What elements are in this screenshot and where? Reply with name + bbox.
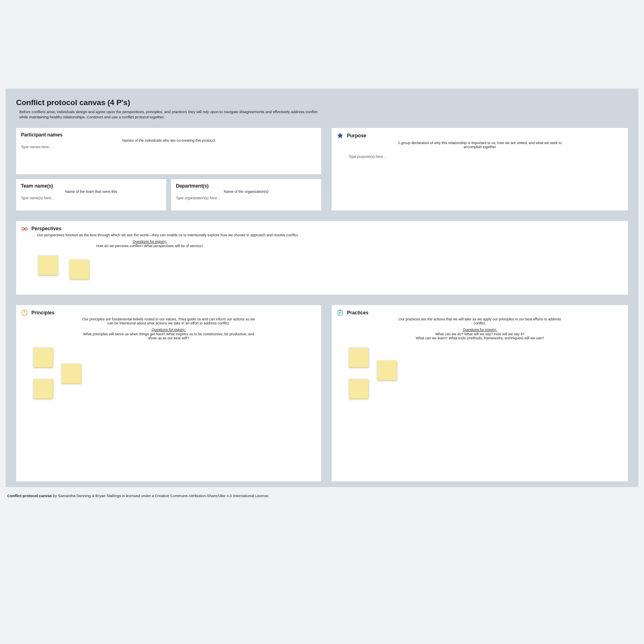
team-title: Team name(s) — [21, 183, 161, 189]
department-title: Department(s) — [176, 183, 316, 189]
left-column: Participant names Names of the individua… — [16, 128, 321, 211]
page-title: Conflict protocol canvas (4 P's) — [16, 98, 628, 107]
glasses-icon — [21, 225, 28, 232]
top-row: Participant names Names of the individua… — [16, 128, 628, 211]
svg-rect-4 — [339, 310, 341, 311]
perspectives-sticky-area[interactable] — [21, 255, 623, 283]
svg-point-1 — [25, 227, 27, 230]
team-card[interactable]: Team name(s) Name of the team that owns … — [16, 179, 166, 211]
department-placeholder[interactable]: Type organization(s) here... — [176, 196, 316, 200]
license-footer: Conflict protocol canvas by Samantha Den… — [7, 493, 637, 498]
perspectives-title: Perspectives — [31, 226, 61, 231]
purpose-card[interactable]: Purpose A group declaration of why this … — [332, 128, 628, 211]
right-column: Purpose A group declaration of why this … — [332, 128, 628, 211]
header: Conflict protocol canvas (4 P's) Before … — [16, 98, 628, 120]
clipboard-icon — [336, 309, 344, 316]
practices-inquiry-text: What can we do? What will we say? How wi… — [393, 332, 566, 340]
canvas[interactable]: Conflict protocol canvas (4 P's) Before … — [6, 89, 638, 487]
principles-inquiry-text: What principles will serve us when thing… — [82, 332, 255, 340]
compass-icon — [21, 309, 28, 316]
principles-head: Principles — [21, 309, 316, 316]
sticky-note[interactable] — [61, 363, 81, 383]
perspectives-inquiry-label: Questions for inquiry: — [37, 239, 262, 244]
team-placeholder[interactable]: Type name(s) here... — [21, 196, 161, 200]
page: Conflict protocol canvas (4 P's) Before … — [0, 0, 644, 644]
participants-desc: Names of the individuals who are co-crea… — [21, 138, 316, 142]
participants-title: Participant names — [21, 132, 316, 138]
department-desc: Name of the organization(s) — [176, 190, 316, 194]
purpose-head: Purpose — [336, 132, 623, 139]
team-desc: Name of the team that owns this — [21, 190, 161, 194]
sticky-note[interactable] — [349, 347, 368, 367]
sticky-note[interactable] — [377, 360, 396, 380]
sticky-note[interactable] — [69, 259, 89, 279]
principles-sticky-area[interactable] — [21, 347, 316, 408]
star-icon — [336, 132, 344, 139]
bottom-row: Principles Our principles are fundamenta… — [16, 305, 628, 481]
practices-inquiry-label: Questions for inquiry: — [393, 328, 566, 332]
page-subtitle: Before conflicts arise, individuals desi… — [16, 109, 322, 120]
purpose-placeholder[interactable]: Type purpose(s) here... — [349, 155, 623, 159]
perspectives-inquiry-text: How do we perceive conflict? What perspe… — [37, 244, 262, 248]
footer-bold: Conflict protocol canvas — [7, 493, 52, 498]
team-row: Team name(s) Name of the team that owns … — [16, 179, 321, 211]
practices-card[interactable]: Practices Our practices are the actions … — [332, 305, 628, 481]
principles-title: Principles — [31, 310, 54, 316]
perspectives-card[interactable]: Perspectives Our perspectives function a… — [16, 221, 628, 295]
practices-sticky-area[interactable] — [336, 347, 623, 408]
purpose-title: Purpose — [347, 133, 366, 138]
perspectives-head: Perspectives — [21, 225, 623, 232]
practices-title: Practices — [347, 310, 368, 316]
sticky-note[interactable] — [38, 255, 58, 275]
sticky-note[interactable] — [33, 347, 53, 367]
principles-card[interactable]: Principles Our principles are fundamenta… — [16, 305, 321, 481]
department-card[interactable]: Department(s) Name of the organization(s… — [171, 179, 321, 211]
principles-inquiry-label: Questions for inquiry: — [82, 328, 255, 332]
svg-point-0 — [22, 227, 24, 230]
participants-card[interactable]: Participant names Names of the individua… — [16, 128, 321, 174]
practices-head: Practices — [336, 309, 623, 316]
footer-rest: by Samantha Denning & Bryan Stallings is… — [52, 493, 269, 498]
sticky-note[interactable] — [33, 379, 53, 398]
principles-desc: Our principles are fundamental beliefs r… — [82, 317, 255, 325]
practices-desc: Our practices are the actions that we wi… — [393, 317, 566, 325]
perspectives-desc: Our perspectives function as the lens th… — [37, 233, 343, 237]
participants-placeholder[interactable]: Type names here... — [21, 145, 316, 149]
purpose-desc: A group declaration of why this relation… — [393, 141, 566, 149]
sticky-note[interactable] — [349, 379, 368, 398]
